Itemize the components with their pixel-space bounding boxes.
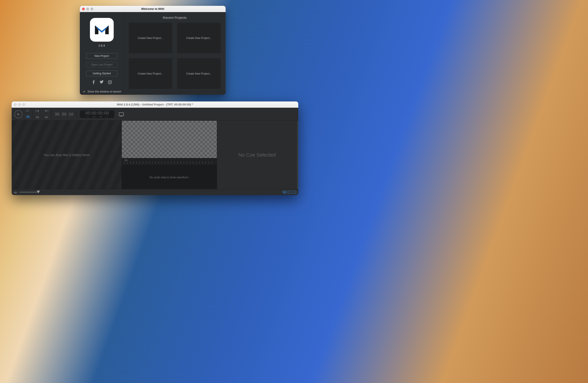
skip-next-icon[interactable] bbox=[45, 109, 48, 113]
recent-slot[interactable]: Create New Project... bbox=[129, 23, 172, 53]
no-audio-label: No audio data to draw waveform. bbox=[149, 176, 189, 179]
svg-rect-4 bbox=[48, 110, 48, 112]
skip-prev-icon[interactable] bbox=[36, 109, 39, 113]
svg-rect-11 bbox=[295, 191, 295, 193]
zoom-slider[interactable] bbox=[19, 192, 39, 193]
timecode-display: 00:00:00:00 hr min sec fr bbox=[80, 110, 114, 118]
tc-fr: fr bbox=[106, 115, 107, 117]
no-cue-label: No Cue Selected bbox=[238, 152, 276, 158]
loop-icon[interactable] bbox=[25, 109, 30, 113]
play-button[interactable] bbox=[14, 110, 22, 118]
main-window: Mitti 2.8.4 (1266) - Untitled Project - … bbox=[12, 101, 298, 195]
svg-rect-6 bbox=[283, 192, 284, 193]
inspector-panel: No Cue Selected bbox=[217, 121, 297, 189]
svg-rect-8 bbox=[285, 192, 285, 193]
fps-30[interactable]: 30 bbox=[55, 112, 60, 117]
welcome-title: Welcome to Mitti bbox=[80, 7, 226, 11]
app-icon bbox=[90, 18, 114, 42]
version-label: 2.8.4 bbox=[98, 44, 105, 47]
waveform-area: No audio data to draw waveform. bbox=[122, 166, 217, 189]
fullscreen-icon[interactable] bbox=[119, 113, 124, 116]
rewind-icon[interactable] bbox=[36, 115, 39, 119]
fps-20[interactable]: 20 bbox=[62, 112, 66, 117]
welcome-footer: Show this window on launch bbox=[80, 88, 226, 95]
recent-slot[interactable]: Create New Project... bbox=[129, 58, 172, 89]
show-on-launch-label: Show this window on launch bbox=[87, 90, 121, 93]
tc-min: min bbox=[93, 115, 96, 117]
svg-point-2 bbox=[110, 81, 111, 81]
panel-inspector-button[interactable] bbox=[293, 191, 296, 194]
svg-point-1 bbox=[109, 81, 111, 83]
drop-area[interactable]: You can drop files & folders here! bbox=[12, 121, 122, 189]
transport-toolbar: 30 20 10 00:00:00:00 hr min sec fr bbox=[12, 108, 298, 121]
svg-rect-7 bbox=[284, 192, 284, 193]
facebook-icon[interactable] bbox=[92, 80, 96, 85]
fast-forward-icon[interactable] bbox=[45, 115, 48, 119]
tc-sec: sec bbox=[100, 115, 102, 117]
recent-projects-panel: Recent Projects Create New Project... Cr… bbox=[124, 12, 226, 88]
new-project-button[interactable]: New Project bbox=[86, 53, 118, 59]
recent-projects-title: Recent Projects bbox=[129, 16, 221, 19]
twitter-icon[interactable] bbox=[100, 80, 104, 85]
scrollbar[interactable] bbox=[297, 121, 298, 189]
visibility-icon[interactable] bbox=[13, 191, 18, 193]
svg-point-5 bbox=[15, 192, 16, 193]
welcome-sidebar: 2.8.4 New Project Open Last Project Gett… bbox=[80, 12, 124, 88]
fps-selector: 30 20 10 bbox=[52, 112, 77, 117]
svg-rect-3 bbox=[36, 110, 36, 112]
timeline[interactable]: 0m bbox=[122, 158, 217, 166]
social-links bbox=[92, 80, 112, 85]
status-bar bbox=[12, 189, 298, 195]
panel-preview-button[interactable] bbox=[288, 191, 292, 194]
instagram-icon[interactable] bbox=[108, 80, 112, 85]
svg-rect-10 bbox=[288, 191, 289, 193]
timecode-value: 00:00:00:00 bbox=[85, 111, 109, 115]
drop-hint: You can drop files & folders here! bbox=[43, 153, 90, 157]
fps-10[interactable]: 10 bbox=[69, 112, 73, 117]
timeline-zero-label: 0m bbox=[125, 159, 127, 161]
recent-slot[interactable]: Create New Project... bbox=[177, 23, 221, 53]
preview-canvas bbox=[122, 121, 217, 158]
shuffle-icon[interactable] bbox=[25, 115, 30, 119]
tc-hr: hr bbox=[87, 115, 89, 117]
welcome-titlebar: Welcome to Mitti bbox=[80, 6, 226, 12]
main-window-title: Mitti 2.8.4 (1266) - Untitled Project - … bbox=[12, 103, 298, 106]
welcome-window: Welcome to Mitti 2.8.4 New Project Open … bbox=[80, 6, 226, 95]
recent-slot[interactable]: Create New Project... bbox=[177, 58, 221, 89]
main-titlebar: Mitti 2.8.4 (1266) - Untitled Project - … bbox=[12, 101, 298, 108]
open-last-project-button[interactable]: Open Last Project bbox=[86, 62, 118, 68]
show-on-launch-checkbox[interactable] bbox=[83, 90, 86, 93]
panel-cues-button[interactable] bbox=[283, 191, 287, 194]
getting-started-button[interactable]: Getting Started bbox=[86, 71, 118, 76]
svg-rect-0 bbox=[108, 81, 111, 84]
timeline-ticks bbox=[124, 161, 215, 164]
